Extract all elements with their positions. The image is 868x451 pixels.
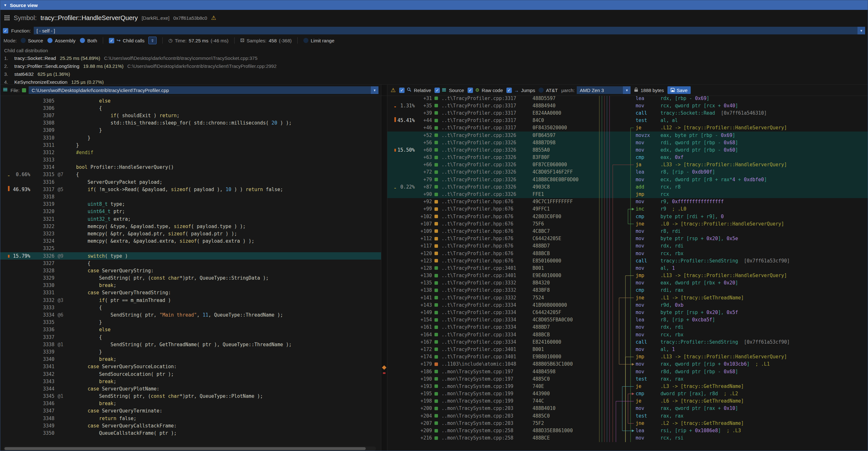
source-line[interactable]: 3313 [0,156,381,164]
asm-row[interactable]: +120 ..t\TracyProfiler.hpp:676 488BCB mo… [388,250,868,257]
asm-row[interactable]: +149 ..t\TracyProfiler.cpp:3334 C6442420… [388,309,868,316]
asm-row[interactable]: +167 ..t\TracyProfiler.cpp:3334 E8241600… [388,338,868,345]
horizontal-scrollbar[interactable] [3,447,376,451]
asm-row[interactable]: +161 ..t\TracyProfiler.cpp:3334 488BD7 m… [388,324,868,331]
asm-row[interactable]: 1.31% +35 ..t\TracyProfiler.cpp:3317 488… [388,102,868,109]
source-line[interactable]: 3344 case ServerQueryPlotName: [0,385,381,392]
asm-row[interactable]: +143 ..t\TracyProfiler.cpp:3334 41B90B00… [388,301,868,309]
jumps-checkbox[interactable]: ✓ [506,88,512,93]
asm-row[interactable]: +172 ..t\TracyProfiler.cpp:3401 B001 mov… [388,345,868,353]
save-button[interactable]: Save [668,86,691,94]
source-line[interactable]: 3330 break; [0,282,381,289]
asm-row[interactable]: +63 ..t\TracyProfiler.cpp:3326 83F80F cm… [388,154,868,161]
source-line[interactable]: 3340 break; [0,356,381,363]
asm-row[interactable]: +107 ..t\TracyProfiler.hpp:676 75F6 jne … [388,220,868,228]
asm-row[interactable]: +66 ..t\TracyProfiler.cpp:3326 0F87CE060… [388,161,868,169]
source-line[interactable]: 0.66% 3315 @7 { [0,171,381,178]
asm-row[interactable]: +135 ..t\TracyProfiler.cpp:3332 8B4320 m… [388,279,868,287]
asm-row[interactable]: +193 ..mon\TracySystem.cpp:199 740E je .… [388,383,868,390]
asm-row[interactable]: +164 ..t\TracyProfiler.cpp:3334 488BCB m… [388,331,868,338]
limit-range-radio[interactable] [303,38,308,43]
child-calls-checkbox[interactable]: ✓ [109,38,114,43]
asm-row[interactable]: +200 ..mon\TracySystem.cpp:203 488B4010 … [388,405,868,412]
source-line[interactable]: 3342 SendSourceLocation( ptr ); [0,370,381,378]
source-line[interactable]: 3350 QueueCallstackFrame( ptr ); [0,429,381,437]
asm-row[interactable]: +128 ..t\TracyProfiler.cpp:3401 B001 mov… [388,264,868,272]
chevron-down-icon[interactable]: ▼ [371,86,378,94]
asm-row[interactable]: 15.50% +60 ..t\TracyProfiler.cpp:3326 8B… [388,146,868,153]
asm-row[interactable]: +141 ..t\TracyProfiler.cpp:3332 7524 jne… [388,294,868,301]
chevron-down-icon[interactable]: ▼ [623,86,630,94]
source-line[interactable]: 3338 @1 SendString( ptr, GetThreadName( … [0,341,381,348]
source-line[interactable]: 3308 std::this_thread::sleep_for( std::c… [0,119,381,127]
child-call-entry[interactable]: 2. tracy::Profiler::SendLongString 19.88… [4,62,864,70]
asm-row[interactable]: +92 ..t\TracyProfiler.hpp:676 49C7C1FFFF… [388,198,868,205]
asm-row[interactable]: +79 ..t\TracyProfiler.cpp:3326 418B8C80E… [388,176,868,183]
asm-row[interactable]: +138 ..t\TracyProfiler.cpp:3332 483BF8 c… [388,287,868,294]
asm-row[interactable]: +204 ..mon\TracySystem.cpp:203 4885C0 te… [388,412,868,419]
radio-icon[interactable] [48,38,53,43]
child-call-entry[interactable]: 3. stat64i32 625 μs (1.36%) [4,70,864,78]
asm-row[interactable]: +154 ..t\TracyProfiler.cpp:3334 4C8D055F… [388,316,868,324]
asm-row[interactable]: +130 ..t\TracyProfiler.cpp:3401 E9E40100… [388,272,868,279]
source-line[interactable]: 3325 [0,245,381,252]
asm-row[interactable]: +72 ..t\TracyProfiler.cpp:3326 4C8D05F14… [388,169,868,176]
radio-icon[interactable] [80,38,85,43]
asm-row[interactable]: +195 ..mon\TracySystem.cpp:199 443900 cm… [388,390,868,397]
asm-row[interactable]: +186 ..mon\TracySystem.cpp:197 448B4598 … [388,368,868,375]
source-line[interactable]: 3307 if( shouldExit ) return; [0,112,381,119]
source-line[interactable]: 15.79% 3326 @9 switch( type ) [0,252,381,260]
mode-radio-assembly[interactable]: Assembly [48,38,75,43]
source-line[interactable]: 46.93% 3317 @5 if( !m_sock->Read( &paylo… [0,186,381,193]
asm-row[interactable]: +109 ..t\TracyProfiler.hpp:676 4C8BC7 mo… [388,228,868,235]
att-radio[interactable] [538,88,544,93]
source-line[interactable]: 3331 case ServerQueryThreadString: [0,289,381,297]
asm-row[interactable]: +99 ..t\TracyProfiler.hpp:676 49FFC1 inc… [388,205,868,213]
asm-row[interactable]: +117 ..t\TracyProfiler.hpp:676 488BD7 mo… [388,242,868,250]
source-line[interactable]: 3324 memcpy( &extra, &payload.extra, siz… [0,238,381,245]
raw-code-toggle[interactable]: ✓ ⚙ Raw code [468,87,503,93]
source-line[interactable]: 3349 case ServerQueryCallstackFrame: [0,422,381,429]
source-line[interactable]: 3343 break; [0,378,381,385]
source-line[interactable]: 3319 uint8_t type; [0,201,381,208]
relative-toggle[interactable]: ✓ Relative [399,87,431,93]
source-line[interactable]: 3306 { [0,104,381,112]
function-combo[interactable]: [ - self - ] ▼ [34,27,865,34]
jumps-toggle[interactable]: ✓ → Jumps [506,88,535,93]
source-line[interactable]: 3329 SendString( ptr, (const char*)ptr, … [0,275,381,282]
expand-button[interactable]: ⇧ [148,37,157,44]
asm-row[interactable]: +174 ..t\TracyProfiler.cpp:3401 E9B80100… [388,353,868,361]
source-checkbox[interactable]: ✓ [434,88,440,93]
source-line[interactable]: 3318 [0,193,381,200]
pane-divider[interactable] [381,96,388,451]
asm-row[interactable]: +209 ..mon\TracySystem.cpp:258 488D35E88… [388,427,868,434]
asm-row[interactable]: +52 ..t\TracyProfiler.cpp:3326 0FB64597 … [388,131,868,139]
asm-row[interactable]: +123 ..t\TracyProfiler.hpp:676 E85016000… [388,257,868,264]
source-line[interactable]: 3310 } [0,134,381,142]
source-line[interactable]: 3336 else [0,326,381,333]
child-call-entry[interactable]: 4. KeSynchronizeExecution 125 μs (0.27%) [4,78,864,84]
scrollbar-thumb[interactable] [4,447,366,450]
function-checkbox[interactable]: ✓ [3,28,8,33]
uarch-combo[interactable]: AMD Zen 3 ▼ [577,86,630,94]
radio-icon[interactable] [21,38,26,43]
relative-checkbox[interactable]: ✓ [399,88,405,93]
asm-row[interactable]: 45.41% +44 ..t\TracyProfiler.cpp:3317 84… [388,117,868,124]
source-line[interactable]: 3320 uint64_t ptr; [0,208,381,215]
asm-row[interactable]: +46 ..t\TracyProfiler.cpp:3317 0F8435020… [388,124,868,131]
source-line[interactable]: 3332 @3 if( ptr == m_mainThread ) [0,297,381,304]
asm-row[interactable]: +39 ..t\TracyProfiler.cpp:3317 E824AA000… [388,109,868,117]
child-call-entry[interactable]: 1. tracy::Socket::Read 25.25 ms (54.89%)… [4,54,864,62]
source-line[interactable]: 3321 uint32_t extra; [0,215,381,222]
source-line[interactable]: 3328 case ServerQueryString: [0,267,381,274]
source-line[interactable]: 3314 bool Profiler::HandleServerQuery() [0,164,381,171]
source-line[interactable]: 3323 memcpy( &ptr, &payload.ptr, sizeof(… [0,230,381,237]
source-line[interactable]: 3312 #endif [0,149,381,156]
limit-range-toggle[interactable]: Limit range [303,38,334,43]
source-line[interactable]: 3346 break; [0,400,381,408]
asm-row[interactable]: +31 ..t\TracyProfiler.cpp:3317 488D5597 … [388,96,868,102]
mode-radio-source[interactable]: Source [21,38,43,43]
source-line[interactable]: 3322 memcpy( &type, &payload.type, sizeo… [0,222,381,230]
source-line[interactable]: 3327 { [0,260,381,267]
asm-row[interactable]: +102 ..t\TracyProfiler.hpp:676 42803C0F0… [388,213,868,220]
